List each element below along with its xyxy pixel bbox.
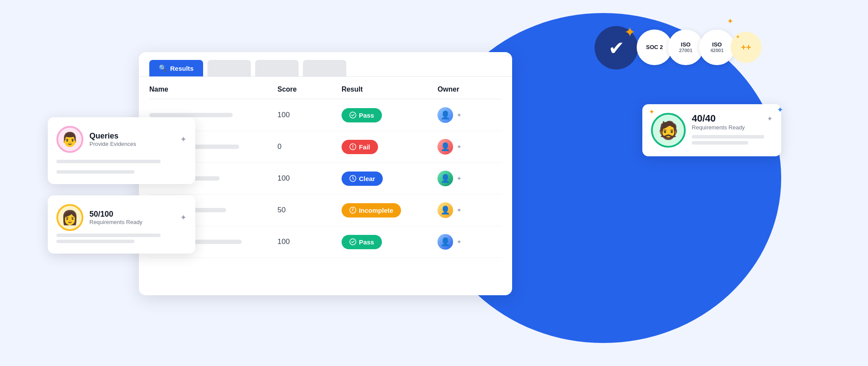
- row-5-score: 100: [277, 237, 342, 246]
- owner-sparkle-3: ✦: [457, 175, 462, 182]
- right-sparkle-icon: ✦: [767, 115, 773, 123]
- cert-iso1-number: 27001: [679, 48, 693, 53]
- sparkle-gold-3: ✦: [736, 34, 740, 40]
- right-card-header-row: 40/40 ✦: [692, 113, 773, 124]
- owner-cell-3: 👤 ✦: [437, 171, 502, 186]
- scene: ✔ ✦ ✦ ✦ ✦ ✦ SOC 2 ISO 27001 ISO 42001 ++…: [0, 0, 868, 366]
- col-header-score: Score: [277, 86, 342, 93]
- tab-results[interactable]: 🔍 Results: [149, 60, 203, 76]
- tab-placeholder-2[interactable]: [255, 60, 299, 76]
- queries-avatar: 👨: [56, 126, 83, 153]
- score-sparkle-icon: ✦: [180, 213, 187, 222]
- logo-check-icon: ✔: [608, 37, 625, 59]
- check-circle-icon-2: [349, 238, 356, 245]
- row-3-owner: 👤 ✦: [437, 171, 502, 186]
- name-placeholder-1: [149, 113, 233, 117]
- score-line-2: [56, 240, 135, 243]
- fail-label: Fail: [359, 143, 370, 151]
- clear-label: Clear: [359, 175, 375, 182]
- score-subtitle: Requirements Ready: [89, 219, 142, 225]
- card-score-text: 50/100 Requirements Ready: [89, 210, 142, 225]
- table-row: 100 Clear 👤 ✦: [149, 163, 502, 195]
- row-3-score: 100: [277, 174, 342, 183]
- plus-icon: ++: [741, 43, 751, 53]
- owner-sparkle-2: ✦: [457, 143, 462, 150]
- cert-plus-badge: ++: [730, 32, 762, 63]
- row-4-score: 50: [277, 206, 342, 214]
- right-line-2: [692, 141, 748, 145]
- owner-cell-1: 👤 ✦: [437, 107, 502, 123]
- certification-row: SOC 2 ISO 27001 ISO 42001 ++: [637, 30, 762, 65]
- card-right: 🧔 40/40 ✦ Requirements Ready: [642, 104, 781, 156]
- sparkle-gold-2: ✦: [727, 16, 733, 26]
- row-1-name: [149, 113, 277, 117]
- pass-badge-2: Pass: [342, 235, 382, 249]
- owner-avatar-2: 👤: [437, 139, 453, 155]
- tab-placeholder-1[interactable]: [207, 60, 251, 76]
- clear-badge: Clear: [342, 171, 383, 186]
- pass-badge-1: Pass: [342, 108, 382, 122]
- right-card-label: Requirements Ready: [692, 124, 773, 131]
- col-header-owner: Owner: [437, 86, 502, 93]
- search-icon: 🔍: [159, 64, 167, 72]
- table-header: Name Score Result Owner: [149, 77, 502, 99]
- pass-label-2: Pass: [359, 238, 374, 246]
- tabs-bar: 🔍 Results: [139, 52, 512, 77]
- table-row: 100 Pass 👤 ✦: [149, 99, 502, 131]
- row-2-owner: 👤 ✦: [437, 139, 502, 155]
- owner-cell-2: 👤 ✦: [437, 139, 502, 155]
- cert-badge-iso42001: ISO 42001: [699, 30, 735, 65]
- tab-results-label: Results: [170, 65, 194, 72]
- svg-text:!: !: [352, 144, 354, 149]
- queries-sparkle-icon: ✦: [180, 135, 187, 144]
- table-row: 0 ! Fail 👤 ✦: [149, 131, 502, 163]
- fail-badge: ! Fail: [342, 140, 378, 154]
- row-5-result: Pass: [342, 235, 437, 249]
- row-1-owner: 👤 ✦: [437, 107, 502, 123]
- row-1-result: Pass: [342, 108, 437, 122]
- sparkle-gold-1: ✦: [624, 24, 636, 40]
- right-card-score: 40/40: [692, 113, 716, 124]
- sparkle-blue-1: ✦: [777, 105, 783, 115]
- cert-badge-soc2: SOC 2: [637, 30, 672, 65]
- row-4-owner: 👤 ✦: [437, 202, 502, 218]
- card-score-header: 👩 50/100 Requirements Ready ✦: [56, 204, 187, 231]
- row-3-result: Clear: [342, 171, 437, 186]
- clear-icon: [349, 175, 356, 182]
- right-card-avatar: 🧔: [651, 113, 686, 148]
- table-row: 50 Incomplete 👤 ✦: [149, 195, 502, 226]
- owner-sparkle-1: ✦: [457, 112, 462, 119]
- cert-iso2-label: ISO: [712, 42, 722, 48]
- right-avatar-icon: 🧔: [658, 120, 679, 141]
- incomplete-label: Incomplete: [359, 207, 393, 214]
- owner-avatar-1: 👤: [437, 107, 453, 123]
- card-line-2: [56, 170, 135, 174]
- check-circle-icon-1: [349, 112, 356, 119]
- card-queries-text: Queries Provide Evidences: [89, 132, 136, 147]
- card-line-1: [56, 160, 161, 163]
- owner-cell-5: 👤 ✦: [437, 234, 502, 250]
- incomplete-badge: Incomplete: [342, 203, 401, 218]
- right-card-content: 40/40 ✦ Requirements Ready: [692, 113, 773, 145]
- row-4-result: Incomplete: [342, 203, 437, 218]
- cert-iso2-number: 42001: [710, 48, 724, 53]
- col-header-result: Result: [342, 86, 437, 93]
- col-header-name: Name: [149, 86, 277, 93]
- card-score: 👩 50/100 Requirements Ready ✦: [48, 195, 195, 254]
- score-title: 50/100: [89, 210, 142, 219]
- tab-placeholder-3[interactable]: [303, 60, 346, 76]
- right-line-1: [692, 135, 764, 138]
- cert-iso1-label: ISO: [681, 42, 690, 48]
- queries-avatar-icon: 👨: [61, 131, 79, 148]
- pass-label-1: Pass: [359, 112, 374, 119]
- sparkle-gold-card: ✦: [649, 108, 654, 116]
- score-avatar-icon: 👩: [61, 209, 79, 226]
- cert-badge-iso27001: ISO 27001: [668, 30, 704, 65]
- card-queries: 👨 Queries Provide Evidences ✦: [48, 117, 195, 184]
- owner-avatar-4: 👤: [437, 202, 453, 218]
- score-avatar: 👩: [56, 204, 83, 231]
- owner-avatar-5: 👤: [437, 234, 453, 250]
- queries-title: Queries: [89, 132, 136, 141]
- incomplete-icon: [349, 207, 356, 214]
- row-2-score: 0: [277, 142, 342, 151]
